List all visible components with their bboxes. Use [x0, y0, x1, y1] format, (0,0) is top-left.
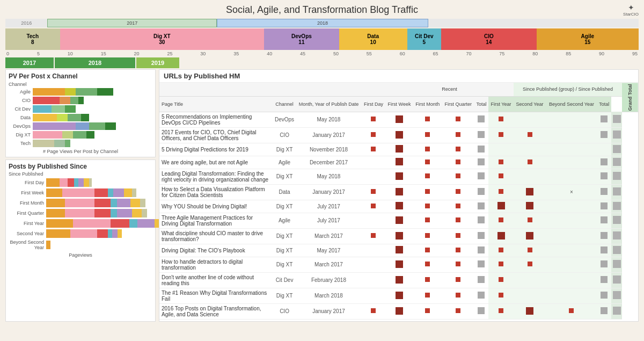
cell-channel: Dig XT	[273, 228, 296, 244]
cell-channel: Dig XT	[273, 200, 296, 213]
cell-title: 2017 Events for CIO, CTO, Chief Digital …	[159, 127, 273, 143]
year-filter-2017[interactable]: 2017	[5, 57, 54, 68]
cell-data	[362, 143, 385, 156]
cell-data	[546, 303, 597, 319]
cell-title: Why YOU Should be Driving Digital!	[159, 200, 273, 213]
cell-data	[385, 228, 413, 244]
cell-data	[611, 272, 622, 288]
cell-data	[413, 272, 442, 288]
cat-tech: Tech 8	[5, 28, 60, 50]
bar-row-citdev: Cit Dev	[9, 105, 152, 113]
cell-data	[385, 156, 413, 169]
cell-data	[514, 244, 546, 257]
table-row: 5 Driving Digital Predictions for 2019Di…	[159, 143, 638, 156]
cat-digxt: Dig XT 30	[60, 28, 265, 50]
cell-data	[514, 303, 546, 319]
table-row: Why YOU Should be Driving Digital!Dig XT…	[159, 200, 638, 213]
cell-date: May 2018	[296, 169, 361, 184]
cell-data	[385, 244, 413, 257]
timeline-2018: 2018	[217, 19, 428, 27]
cell-data	[514, 228, 546, 244]
cell-data	[362, 288, 385, 303]
bar-row-devops: DevOps	[9, 122, 152, 130]
cell-data	[442, 213, 474, 228]
cell-data	[442, 244, 474, 257]
cell-data	[611, 288, 622, 303]
cell-data	[385, 112, 413, 127]
cell-channel: Dig XT	[273, 169, 296, 184]
cell-data	[488, 143, 514, 156]
left-panel: PV Per Post x Channel Channel Agile CIO	[5, 69, 156, 322]
data-table: Recent Since Published (group) / Since P…	[159, 83, 638, 320]
cell-data	[442, 156, 474, 169]
since-row-firstday: First Day	[9, 178, 152, 187]
cell-data: ×	[546, 184, 597, 200]
cell-data	[546, 169, 597, 184]
cell-data	[611, 184, 622, 200]
cell-data	[413, 257, 442, 272]
right-panel: URLs by Published HM Recent Since Publis…	[159, 69, 639, 322]
cell-data	[474, 303, 488, 319]
cell-data	[546, 200, 597, 213]
cell-data	[362, 169, 385, 184]
cell-data	[488, 257, 514, 272]
cell-data	[514, 200, 546, 213]
cell-title: What discipline should CIO master to dri…	[159, 228, 273, 244]
cell-data	[546, 257, 597, 272]
cell-title: 5 Recommendations on Implementing DevOps…	[159, 112, 273, 127]
cell-data	[413, 228, 442, 244]
cell-date: November 2018	[296, 143, 361, 156]
table-row: We are doing agile, but are not AgileAgi…	[159, 156, 638, 169]
cell-data	[362, 244, 385, 257]
pv-chart-title: PV Per Post x Channel	[9, 72, 152, 80]
cell-data	[385, 200, 413, 213]
cell-channel: DevOps	[273, 112, 296, 127]
cell-data	[474, 156, 488, 169]
cell-data	[546, 213, 597, 228]
cell-data	[413, 184, 442, 200]
cell-date: December 2017	[296, 156, 361, 169]
cell-data	[611, 143, 622, 156]
cell-data	[474, 200, 488, 213]
cell-data	[488, 184, 514, 200]
cell-data	[546, 127, 597, 143]
cell-data	[362, 200, 385, 213]
cell-channel: Dig XT	[273, 244, 296, 257]
cell-channel: Dig XT	[273, 288, 296, 303]
cell-data	[514, 112, 546, 127]
cell-data	[362, 127, 385, 143]
cell-data	[611, 169, 622, 184]
cell-data	[385, 288, 413, 303]
cell-data	[611, 228, 622, 244]
cell-data	[546, 288, 597, 303]
cell-data	[514, 257, 546, 272]
bar-row-tech: Tech	[9, 140, 152, 147]
cell-data	[442, 303, 474, 319]
cell-data	[413, 169, 442, 184]
cell-data	[385, 272, 413, 288]
cell-data	[597, 143, 611, 156]
cell-data	[546, 244, 597, 257]
cell-data	[488, 156, 514, 169]
cell-data	[611, 244, 622, 257]
cat-agile: Agile 15	[537, 28, 639, 50]
cell-data	[611, 213, 622, 228]
cell-data	[514, 143, 546, 156]
timeline-2016: 2016	[5, 19, 47, 27]
cell-data	[546, 112, 597, 127]
bar-row-digxt: Dig XT	[9, 131, 152, 139]
table-wrapper[interactable]: Recent Since Published (group) / Since P…	[159, 83, 638, 321]
cell-data	[597, 200, 611, 213]
pv-chart-section: PV Per Post x Channel Channel Agile CIO	[5, 69, 156, 157]
since-row-firstyear: First Year	[9, 219, 152, 228]
cell-title: Don't write another line of code without…	[159, 272, 273, 288]
bar-row-cio: CIO	[9, 97, 152, 104]
cell-data	[474, 272, 488, 288]
year-filter-2019[interactable]: 2019	[136, 57, 179, 68]
year-filter-2018[interactable]: 2018	[55, 57, 135, 68]
cell-date: March 2018	[296, 288, 361, 303]
grand-total-header: Grand Total	[622, 83, 638, 112]
cell-data	[597, 228, 611, 244]
bar-row-agile: Agile	[9, 88, 152, 96]
cell-data	[385, 169, 413, 184]
